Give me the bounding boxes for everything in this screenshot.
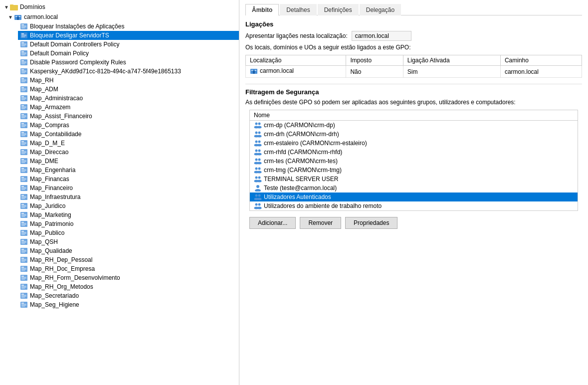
ligacoes-description: Os locais, domínios e UOs a seguir estão… — [245, 44, 582, 51]
gpo-item-13[interactable]: Map_D_M_E — [18, 139, 239, 148]
gpo-label: Kaspersky_AKdd9d71cc-812b-494c-a747-5f49… — [30, 68, 181, 75]
filtragem-section: Filtragem de Segurança As definições des… — [245, 88, 582, 233]
gpo-item-12[interactable]: Map_Contabilidade — [18, 130, 239, 139]
security-item-1[interactable]: crm-drh (CARMON\crm-drh) — [250, 130, 578, 139]
svg-rect-135 — [21, 252, 25, 253]
security-label-0: crm-dp (CARMON\crm-dp) — [264, 122, 335, 129]
gpo-item-0[interactable]: Bloquear Instalações de Aplicações — [18, 22, 239, 31]
gpo-item-16[interactable]: Map_Engenharia — [18, 166, 239, 175]
gpo-item-5[interactable]: Kaspersky_AKdd9d71cc-812b-494c-a747-5f49… — [18, 67, 239, 76]
gpo-item-3[interactable]: Default Domain Policy — [18, 49, 239, 58]
svg-rect-109 — [21, 206, 26, 207]
svg-rect-104 — [21, 197, 26, 198]
security-list-header: Nome — [250, 110, 578, 121]
ligacoes-field-value: carmon.local — [352, 31, 411, 41]
gpo-item-9[interactable]: Map_Armazem — [18, 103, 239, 112]
gpo-icon — [20, 85, 28, 93]
security-item-3[interactable]: crm-rhfd (CARMON\crm-rhfd) — [250, 148, 578, 157]
svg-rect-145 — [21, 270, 25, 271]
gpo-label: Map_QSH — [30, 238, 58, 245]
gpo-item-2[interactable]: Default Domain Controllers Policy — [18, 40, 239, 49]
gpo-item-24[interactable]: Map_QSH — [18, 237, 239, 246]
gpo-icon — [20, 31, 28, 39]
filtragem-title: Filtragem de Segurança — [245, 88, 582, 96]
gpo-item-31[interactable]: Map_Seg_Higiene — [18, 300, 239, 309]
tab-ambito[interactable]: Âmbito — [245, 4, 279, 15]
gpo-icon — [20, 247, 28, 255]
gpo-icon — [20, 58, 28, 66]
svg-point-199 — [255, 189, 261, 192]
gpo-item-6[interactable]: Map_RH — [18, 76, 239, 85]
domain-carmon[interactable]: ▼ carmon.local — [6, 12, 239, 22]
security-item-8[interactable]: Utilizadores Autenticados — [250, 192, 578, 201]
gpo-label: Map_Assist_Financeiro — [30, 113, 92, 120]
svg-rect-156 — [20, 293, 27, 299]
svg-rect-110 — [21, 207, 25, 208]
remove-button[interactable]: Remover — [300, 217, 341, 229]
properties-button[interactable]: Propriedades — [345, 217, 397, 229]
gpo-item-30[interactable]: Map_Secretariado — [18, 291, 239, 300]
svg-point-197 — [257, 180, 262, 183]
gpo-item-20[interactable]: Map_Juridico — [18, 201, 239, 210]
svg-rect-138 — [21, 259, 26, 260]
gpo-item-19[interactable]: Map_Infraestrutura — [18, 192, 239, 201]
gpo-item-17[interactable]: Map_Financas — [18, 175, 239, 184]
gpo-item-4[interactable]: Disable Password Complexity Rules — [18, 58, 239, 67]
svg-rect-108 — [21, 205, 26, 206]
svg-rect-10 — [21, 28, 25, 28]
col-localizacao[interactable]: Localização — [246, 55, 346, 66]
col-ligacao[interactable]: Ligação Ativada — [403, 55, 500, 66]
tab-detalhes[interactable]: Detalhes — [280, 4, 316, 15]
svg-rect-48 — [21, 98, 26, 98]
tab-definicoes[interactable]: Definições — [318, 4, 359, 15]
gpo-label: Map_ADM — [30, 86, 58, 93]
security-item-4[interactable]: crm-tes (CARMON\crm-tes) — [250, 157, 578, 166]
svg-rect-40 — [21, 82, 25, 82]
security-item-9[interactable]: Utilizadores do ambiente de trabalho rem… — [250, 201, 578, 210]
table-row-0[interactable]: carmon.local Não Sim carmon.local — [246, 66, 582, 78]
tab-delegacao[interactable]: Delegação — [360, 4, 401, 15]
gpo-label: Map_Financas — [30, 176, 69, 183]
svg-rect-133 — [21, 250, 26, 251]
gpo-item-26[interactable]: Map_RH_Dep_Pessoal — [18, 255, 239, 264]
gpo-item-28[interactable]: Map_RH_Form_Desenvolvimento — [18, 273, 239, 282]
gpo-item-23[interactable]: Map_Publico — [18, 228, 239, 237]
svg-rect-118 — [21, 223, 26, 224]
svg-rect-139 — [21, 260, 26, 261]
gpo-item-25[interactable]: Map_Qualidade — [18, 246, 239, 255]
gpo-icon — [20, 112, 28, 120]
security-item-7[interactable]: Teste (teste@carmon.local) — [250, 184, 578, 192]
gpo-item-27[interactable]: Map_RH_Doc_Empresa — [18, 264, 239, 273]
security-item-6[interactable]: TERMINAL SERVER USER — [250, 175, 578, 184]
security-item-2[interactable]: crm-estaleiro (CARMON\crm-estaleiro) — [250, 139, 578, 148]
col-imposto[interactable]: Imposto — [346, 55, 403, 66]
gpo-label: Map_Qualidade — [30, 247, 72, 254]
gpo-item-14[interactable]: Map_Direccao — [18, 148, 239, 157]
security-item-5[interactable]: crm-tmg (CARMON\crm-tmg) — [250, 166, 578, 175]
gpo-item-11[interactable]: Map_Compras — [18, 121, 239, 130]
root-dominios[interactable]: ▼ Domínios — [2, 2, 239, 12]
domain-icon — [14, 13, 22, 21]
gpo-item-1[interactable]: Bloquear Desligar ServidorTS — [18, 31, 239, 40]
svg-rect-90 — [21, 172, 25, 172]
svg-rect-141 — [20, 266, 27, 272]
svg-rect-8 — [21, 26, 26, 26]
add-button[interactable]: Adicionar... — [249, 217, 296, 229]
svg-rect-96 — [20, 185, 27, 191]
svg-rect-70 — [21, 136, 25, 136]
gpo-item-29[interactable]: Map_RH_Org_Metodos — [18, 282, 239, 291]
security-item-0[interactable]: crm-dp (CARMON\crm-dp) — [250, 121, 578, 130]
gpo-item-8[interactable]: Map_Administracao — [18, 94, 239, 103]
security-label-7: Teste (teste@carmon.local) — [264, 185, 337, 192]
svg-rect-144 — [21, 269, 26, 270]
gpo-item-21[interactable]: Map_Marketing — [18, 210, 239, 219]
svg-rect-76 — [20, 149, 27, 155]
gpo-item-18[interactable]: Map_Financeiro — [18, 184, 239, 192]
gpo-item-7[interactable]: Map_ADM — [18, 85, 239, 94]
gpo-item-10[interactable]: Map_Assist_Financeiro — [18, 112, 239, 121]
col-caminho[interactable]: Caminho — [500, 55, 582, 66]
gpo-item-15[interactable]: Map_DME — [18, 157, 239, 166]
svg-rect-57 — [21, 114, 24, 115]
gpo-icon — [20, 76, 28, 84]
gpo-item-22[interactable]: Map_Patrimonio — [18, 219, 239, 228]
